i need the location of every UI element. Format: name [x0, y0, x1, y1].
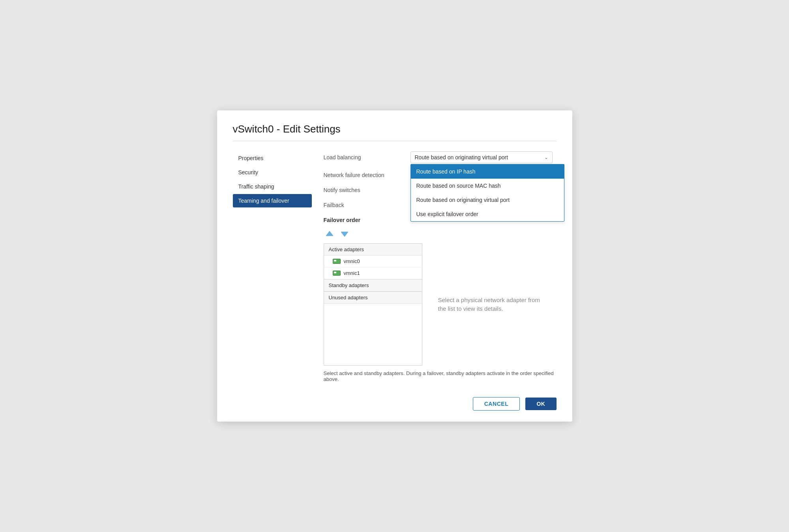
move-down-button[interactable] — [339, 229, 350, 240]
load-balancing-dropdown-menu: Route based on IP hash Route based on so… — [410, 164, 564, 222]
sidebar-item-traffic-shaping[interactable]: Traffic shaping — [233, 180, 312, 193]
adapter-vmnic1[interactable]: vmnic1 — [324, 267, 422, 279]
nic-icon-vmnic0 — [333, 259, 341, 264]
active-adapters-header: Active adapters — [324, 244, 422, 256]
adapter-list-container: Active adapters vmnic0 — [324, 243, 422, 366]
notify-switches-label: Notify switches — [324, 187, 410, 193]
svg-marker-1 — [341, 232, 348, 237]
sidebar-item-security[interactable]: Security — [233, 166, 312, 179]
failover-section: Failover order — [324, 217, 557, 382]
ok-button[interactable]: OK — [525, 398, 556, 410]
load-balancing-selected: Route based on originating virtual port — [415, 154, 508, 161]
dialog-footer: CANCEL OK — [233, 392, 557, 411]
adapter-vmnic0-label: vmnic0 — [344, 258, 360, 264]
chevron-down-icon: ⌄ — [544, 155, 548, 160]
sidebar: Properties Security Traffic shaping Team… — [233, 148, 312, 382]
failover-layout: Active adapters vmnic0 — [324, 243, 557, 366]
sidebar-item-properties[interactable]: Properties — [233, 151, 312, 165]
failback-label: Failback — [324, 202, 410, 208]
sidebar-item-teaming-failover[interactable]: Teaming and failover — [233, 194, 312, 207]
cancel-button[interactable]: CANCEL — [473, 397, 520, 411]
nic-icon-vmnic1 — [333, 271, 341, 276]
adapter-list-inner[interactable]: Active adapters vmnic0 — [324, 244, 422, 365]
dropdown-option-ip-hash[interactable]: Route based on IP hash — [411, 164, 564, 179]
unused-adapters-header: Unused adapters — [324, 291, 422, 304]
unused-adapters-space — [324, 304, 422, 343]
dropdown-option-virtual-port[interactable]: Route based on originating virtual port — [411, 193, 564, 207]
adapter-vmnic0[interactable]: vmnic0 — [324, 256, 422, 267]
move-up-button[interactable] — [324, 229, 335, 240]
dialog-body: Properties Security Traffic shaping Team… — [233, 148, 557, 382]
up-arrow-icon — [325, 230, 334, 238]
main-content: Load balancing Route based on originatin… — [312, 148, 557, 382]
load-balancing-value: Route based on originating virtual port … — [410, 151, 557, 163]
load-balancing-row: Load balancing Route based on originatin… — [324, 151, 557, 163]
dropdown-option-explicit-failover[interactable]: Use explicit failover order — [411, 207, 564, 221]
edit-settings-dialog: vSwitch0 - Edit Settings Properties Secu… — [217, 110, 572, 422]
adapter-vmnic1-label: vmnic1 — [344, 270, 360, 276]
network-failure-detection-label: Network failure detection — [324, 172, 410, 178]
down-arrow-icon — [340, 230, 349, 238]
load-balancing-label: Load balancing — [324, 154, 410, 161]
detail-hint-text: Select a physical network adapter from t… — [438, 296, 541, 314]
dropdown-option-mac-hash[interactable]: Route based on source MAC hash — [411, 179, 564, 193]
svg-marker-0 — [326, 231, 333, 236]
load-balancing-dropdown[interactable]: Route based on originating virtual port … — [410, 151, 553, 163]
standby-adapters-header: Standby adapters — [324, 279, 422, 291]
footer-hint: Select active and standby adapters. Duri… — [324, 370, 557, 382]
dialog-title: vSwitch0 - Edit Settings — [233, 123, 557, 141]
detail-panel: Select a physical network adapter from t… — [430, 243, 557, 366]
move-buttons — [324, 229, 557, 240]
